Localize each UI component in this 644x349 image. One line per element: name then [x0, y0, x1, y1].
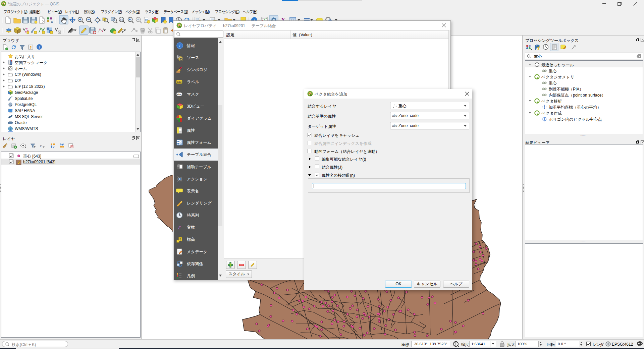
- svg-text:abc: abc: [177, 80, 182, 83]
- svg-text:1:1: 1:1: [120, 18, 123, 21]
- svg-text:i: i: [39, 45, 40, 49]
- svg-text:ε: ε: [178, 224, 181, 231]
- svg-text:a: a: [51, 20, 53, 23]
- svg-text:i: i: [179, 43, 180, 48]
- svg-text:abc: abc: [177, 93, 182, 96]
- svg-text:ε: ε: [40, 143, 42, 148]
